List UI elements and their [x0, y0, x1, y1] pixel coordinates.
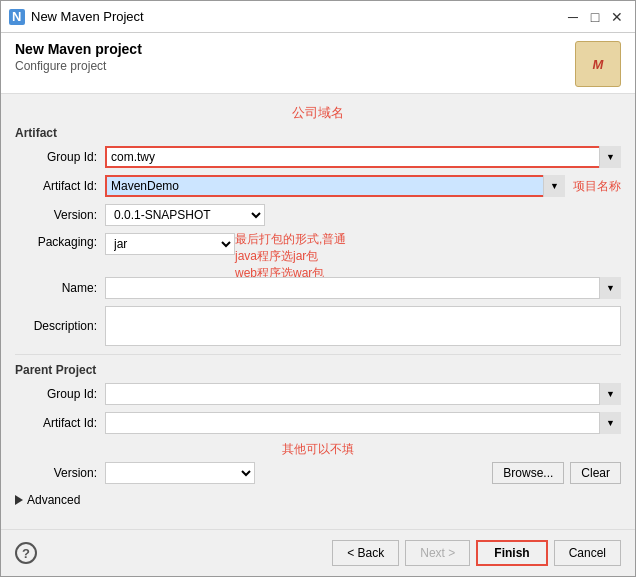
- parent-version-row: Version: Browse... Clear: [15, 462, 621, 484]
- maximize-button[interactable]: □: [585, 7, 605, 27]
- title-controls: ─ □ ✕: [563, 7, 627, 27]
- parent-version-label: Version:: [15, 466, 105, 480]
- group-id-row: Group Id: ▼: [15, 146, 621, 168]
- svg-text:N: N: [12, 10, 21, 24]
- clear-button[interactable]: Clear: [570, 462, 621, 484]
- parent-group-id-row: Group Id: ▼: [15, 383, 621, 405]
- main-window: N New Maven Project ─ □ ✕ New Maven proj…: [0, 0, 636, 577]
- group-id-input-wrapper: ▼: [105, 146, 621, 168]
- header-area: New Maven project Configure project M: [1, 33, 635, 94]
- next-button[interactable]: Next >: [405, 540, 470, 566]
- advanced-label[interactable]: Advanced: [27, 493, 80, 507]
- maven-logo: M: [575, 41, 621, 87]
- artifact-id-dropdown-button[interactable]: ▼: [543, 175, 565, 197]
- name-dropdown-button[interactable]: ▼: [599, 277, 621, 299]
- advanced-section: Advanced: [15, 491, 621, 509]
- packaging-select[interactable]: jar war pom: [105, 233, 235, 255]
- parent-artifact-id-row: Artifact Id: ▼: [15, 412, 621, 434]
- parent-group-id-label: Group Id:: [15, 387, 105, 401]
- group-id-label: Group Id:: [15, 150, 105, 164]
- group-id-dropdown-button[interactable]: ▼: [599, 146, 621, 168]
- name-input[interactable]: [105, 277, 621, 299]
- advanced-toggle-icon[interactable]: [15, 495, 23, 505]
- footer-buttons: < Back Next > Finish Cancel: [332, 540, 621, 566]
- title-bar: N New Maven Project ─ □ ✕: [1, 1, 635, 33]
- parent-group-id-dropdown[interactable]: ▼: [599, 383, 621, 405]
- footer: ? < Back Next > Finish Cancel: [1, 529, 635, 576]
- back-button[interactable]: < Back: [332, 540, 399, 566]
- footer-left: ?: [15, 542, 37, 564]
- close-button[interactable]: ✕: [607, 7, 627, 27]
- packaging-label: Packaging:: [15, 233, 105, 249]
- parent-group-id-wrapper: ▼: [105, 383, 621, 405]
- parent-artifact-id-label: Artifact Id:: [15, 416, 105, 430]
- section-divider: [15, 354, 621, 355]
- finish-button[interactable]: Finish: [476, 540, 547, 566]
- parent-artifact-id-dropdown[interactable]: ▼: [599, 412, 621, 434]
- parent-artifact-id-wrapper: ▼: [105, 412, 621, 434]
- name-label: Name:: [15, 281, 105, 295]
- main-title: New Maven project: [15, 41, 575, 57]
- version-select-wrapper: 0.0.1-SNAPSHOT: [105, 204, 621, 226]
- window-icon: N: [9, 9, 25, 25]
- annotation-jar-desc: java程序选jar包: [235, 248, 346, 265]
- parent-artifact-id-input[interactable]: [105, 412, 621, 434]
- cancel-button[interactable]: Cancel: [554, 540, 621, 566]
- name-input-wrapper: ▼: [105, 277, 621, 299]
- version-row: Version: 0.0.1-SNAPSHOT: [15, 204, 621, 226]
- header-text: New Maven project Configure project: [15, 41, 575, 73]
- annotation-packaging-desc: 最后打包的形式,普通: [235, 231, 346, 248]
- artifact-section-label: Artifact: [15, 126, 621, 140]
- version-select[interactable]: 0.0.1-SNAPSHOT: [105, 204, 265, 226]
- version-label: Version:: [15, 208, 105, 222]
- title-bar-left: N New Maven Project: [9, 9, 144, 25]
- description-input[interactable]: [105, 306, 621, 346]
- browse-button[interactable]: Browse...: [492, 462, 564, 484]
- name-row: Name: ▼: [15, 277, 621, 299]
- annotation-project-name: 项目名称: [573, 178, 621, 195]
- sub-title: Configure project: [15, 59, 575, 73]
- form-area: 公司域名 Artifact Group Id: ▼ Artifact Id: ▼…: [1, 94, 635, 529]
- packaging-row: Packaging: jar war pom 最后打包的形式,普通 java程序…: [15, 233, 621, 255]
- window-title: New Maven Project: [31, 9, 144, 24]
- description-row: Description:: [15, 306, 621, 346]
- annotation-other-optional: 其他可以不填: [282, 442, 354, 456]
- artifact-id-label: Artifact Id:: [15, 179, 105, 193]
- artifact-id-row: Artifact Id: ▼ 项目名称: [15, 175, 621, 197]
- annotation-company-domain: 公司域名: [292, 105, 344, 120]
- minimize-button[interactable]: ─: [563, 7, 583, 27]
- group-id-input[interactable]: [105, 146, 621, 168]
- parent-section-label: Parent Project: [15, 363, 621, 377]
- description-label: Description:: [15, 319, 105, 333]
- parent-version-select[interactable]: [105, 462, 255, 484]
- artifact-id-input-wrapper: ▼: [105, 175, 565, 197]
- parent-group-id-input[interactable]: [105, 383, 621, 405]
- help-button[interactable]: ?: [15, 542, 37, 564]
- artifact-id-input[interactable]: [105, 175, 565, 197]
